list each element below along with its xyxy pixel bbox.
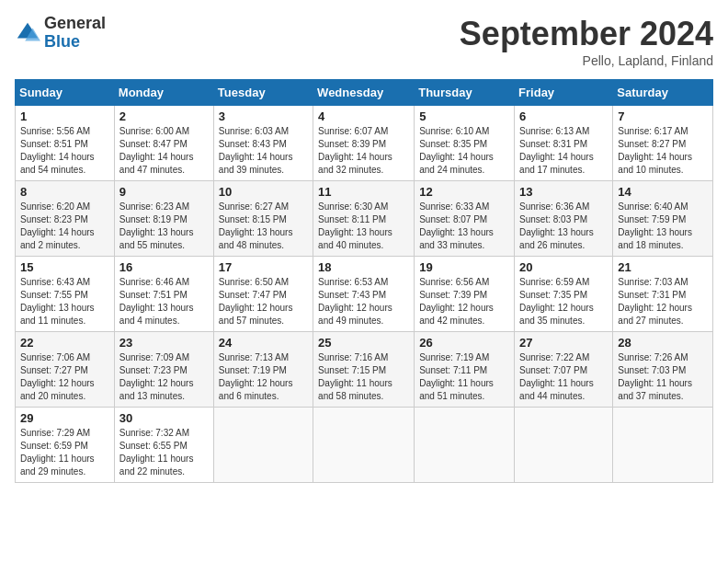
day-header-friday: Friday (515, 80, 613, 106)
day-info: Sunrise: 6:36 AM Sunset: 8:03 PM Dayligh… (519, 201, 608, 252)
day-number: 30 (119, 411, 209, 425)
day-number: 8 (20, 185, 109, 199)
day-number: 3 (219, 109, 308, 123)
calendar-cell: 1Sunrise: 5:56 AM Sunset: 8:51 PM Daylig… (16, 106, 115, 181)
calendar-cell (515, 408, 613, 483)
calendar-cell: 2Sunrise: 6:00 AM Sunset: 8:47 PM Daylig… (114, 106, 213, 181)
day-info: Sunrise: 7:09 AM Sunset: 7:23 PM Dayligh… (119, 351, 209, 403)
day-info: Sunrise: 7:22 AM Sunset: 7:07 PM Dayligh… (519, 351, 608, 403)
calendar-cell (613, 408, 713, 483)
day-info: Sunrise: 6:00 AM Sunset: 8:47 PM Dayligh… (119, 125, 209, 177)
day-info: Sunrise: 6:07 AM Sunset: 8:39 PM Dayligh… (318, 125, 409, 177)
day-header-tuesday: Tuesday (213, 80, 313, 106)
calendar-cell: 8Sunrise: 6:20 AM Sunset: 8:23 PM Daylig… (16, 181, 115, 257)
day-number: 20 (519, 260, 608, 274)
calendar-cell: 18Sunrise: 6:53 AM Sunset: 7:43 PM Dayli… (313, 257, 415, 332)
calendar-cell: 22Sunrise: 7:06 AM Sunset: 7:27 PM Dayli… (16, 332, 115, 408)
calendar-cell: 25Sunrise: 7:16 AM Sunset: 7:15 PM Dayli… (313, 332, 415, 408)
day-number: 18 (318, 260, 409, 274)
calendar-cell: 5Sunrise: 6:10 AM Sunset: 8:35 PM Daylig… (415, 106, 515, 181)
calendar-cell: 3Sunrise: 6:03 AM Sunset: 8:43 PM Daylig… (213, 106, 313, 181)
calendar-cell: 21Sunrise: 7:03 AM Sunset: 7:31 PM Dayli… (613, 257, 713, 332)
day-info: Sunrise: 6:10 AM Sunset: 8:35 PM Dayligh… (419, 125, 509, 177)
day-header-sunday: Sunday (16, 80, 115, 106)
calendar-cell: 26Sunrise: 7:19 AM Sunset: 7:11 PM Dayli… (415, 332, 515, 408)
day-info: Sunrise: 7:32 AM Sunset: 6:55 PM Dayligh… (119, 427, 209, 478)
month-title: September 2024 (460, 15, 713, 53)
calendar-week-row: 8Sunrise: 6:20 AM Sunset: 8:23 PM Daylig… (16, 181, 713, 257)
calendar-cell: 16Sunrise: 6:46 AM Sunset: 7:51 PM Dayli… (114, 257, 213, 332)
day-info: Sunrise: 6:50 AM Sunset: 7:47 PM Dayligh… (219, 276, 308, 327)
day-number: 22 (20, 336, 109, 350)
day-info: Sunrise: 7:03 AM Sunset: 7:31 PM Dayligh… (618, 276, 708, 327)
day-info: Sunrise: 7:16 AM Sunset: 7:15 PM Dayligh… (318, 351, 409, 403)
calendar-week-row: 15Sunrise: 6:43 AM Sunset: 7:55 PM Dayli… (16, 257, 713, 332)
day-number: 10 (219, 185, 308, 199)
calendar-cell: 15Sunrise: 6:43 AM Sunset: 7:55 PM Dayli… (16, 257, 115, 332)
day-number: 15 (20, 260, 109, 274)
day-info: Sunrise: 6:23 AM Sunset: 8:19 PM Dayligh… (119, 201, 209, 252)
day-info: Sunrise: 6:53 AM Sunset: 7:43 PM Dayligh… (318, 276, 409, 327)
day-info: Sunrise: 6:13 AM Sunset: 8:31 PM Dayligh… (519, 125, 608, 177)
calendar-cell: 14Sunrise: 6:40 AM Sunset: 7:59 PM Dayli… (613, 181, 713, 257)
calendar-cell: 30Sunrise: 7:32 AM Sunset: 6:55 PM Dayli… (114, 408, 213, 483)
day-number: 17 (219, 260, 308, 274)
calendar-cell: 7Sunrise: 6:17 AM Sunset: 8:27 PM Daylig… (613, 106, 713, 181)
page-header: General Blue September 2024 Pello, Lapla… (15, 15, 713, 68)
day-number: 11 (318, 185, 409, 199)
day-header-wednesday: Wednesday (313, 80, 415, 106)
day-info: Sunrise: 7:19 AM Sunset: 7:11 PM Dayligh… (419, 351, 509, 403)
day-info: Sunrise: 6:20 AM Sunset: 8:23 PM Dayligh… (20, 201, 109, 252)
day-info: Sunrise: 7:06 AM Sunset: 7:27 PM Dayligh… (20, 351, 109, 403)
calendar-cell: 12Sunrise: 6:33 AM Sunset: 8:07 PM Dayli… (415, 181, 515, 257)
calendar-cell (415, 408, 515, 483)
logo-general: General (44, 15, 106, 33)
day-number: 25 (318, 336, 409, 350)
day-header-thursday: Thursday (415, 80, 515, 106)
logo-icon (15, 20, 40, 46)
calendar-cell: 28Sunrise: 7:26 AM Sunset: 7:03 PM Dayli… (613, 332, 713, 408)
day-number: 1 (20, 109, 109, 123)
day-info: Sunrise: 6:27 AM Sunset: 8:15 PM Dayligh… (219, 201, 308, 252)
day-info: Sunrise: 7:26 AM Sunset: 7:03 PM Dayligh… (618, 351, 708, 403)
day-info: Sunrise: 6:56 AM Sunset: 7:39 PM Dayligh… (419, 276, 509, 327)
day-number: 14 (618, 185, 708, 199)
day-header-saturday: Saturday (613, 80, 713, 106)
logo-blue: Blue (44, 33, 106, 52)
day-info: Sunrise: 6:03 AM Sunset: 8:43 PM Dayligh… (219, 125, 308, 177)
day-number: 26 (419, 336, 509, 350)
day-info: Sunrise: 6:30 AM Sunset: 8:11 PM Dayligh… (318, 201, 409, 252)
day-header-monday: Monday (114, 80, 213, 106)
day-number: 19 (419, 260, 509, 274)
calendar-cell: 29Sunrise: 7:29 AM Sunset: 6:59 PM Dayli… (16, 408, 115, 483)
day-number: 21 (618, 260, 708, 274)
calendar-cell: 6Sunrise: 6:13 AM Sunset: 8:31 PM Daylig… (515, 106, 613, 181)
day-number: 9 (119, 185, 209, 199)
calendar-cell (213, 408, 313, 483)
calendar-cell: 27Sunrise: 7:22 AM Sunset: 7:07 PM Dayli… (515, 332, 613, 408)
day-number: 29 (20, 411, 109, 425)
calendar-header-row: SundayMondayTuesdayWednesdayThursdayFrid… (16, 80, 713, 106)
day-info: Sunrise: 6:43 AM Sunset: 7:55 PM Dayligh… (20, 276, 109, 327)
calendar-cell: 11Sunrise: 6:30 AM Sunset: 8:11 PM Dayli… (313, 181, 415, 257)
day-number: 5 (419, 109, 509, 123)
day-number: 27 (519, 336, 608, 350)
day-info: Sunrise: 6:46 AM Sunset: 7:51 PM Dayligh… (119, 276, 209, 327)
day-info: Sunrise: 7:13 AM Sunset: 7:19 PM Dayligh… (219, 351, 308, 403)
day-number: 7 (618, 109, 708, 123)
calendar-cell: 19Sunrise: 6:56 AM Sunset: 7:39 PM Dayli… (415, 257, 515, 332)
day-number: 13 (519, 185, 608, 199)
logo: General Blue (15, 15, 106, 52)
title-block: September 2024 Pello, Lapland, Finland (460, 15, 713, 68)
day-info: Sunrise: 6:33 AM Sunset: 8:07 PM Dayligh… (419, 201, 509, 252)
day-number: 12 (419, 185, 509, 199)
location: Pello, Lapland, Finland (460, 53, 713, 68)
day-info: Sunrise: 6:59 AM Sunset: 7:35 PM Dayligh… (519, 276, 608, 327)
calendar-cell: 20Sunrise: 6:59 AM Sunset: 7:35 PM Dayli… (515, 257, 613, 332)
calendar-cell: 17Sunrise: 6:50 AM Sunset: 7:47 PM Dayli… (213, 257, 313, 332)
day-info: Sunrise: 6:40 AM Sunset: 7:59 PM Dayligh… (618, 201, 708, 252)
calendar-cell (313, 408, 415, 483)
day-number: 23 (119, 336, 209, 350)
calendar-week-row: 1Sunrise: 5:56 AM Sunset: 8:51 PM Daylig… (16, 106, 713, 181)
calendar-cell: 13Sunrise: 6:36 AM Sunset: 8:03 PM Dayli… (515, 181, 613, 257)
